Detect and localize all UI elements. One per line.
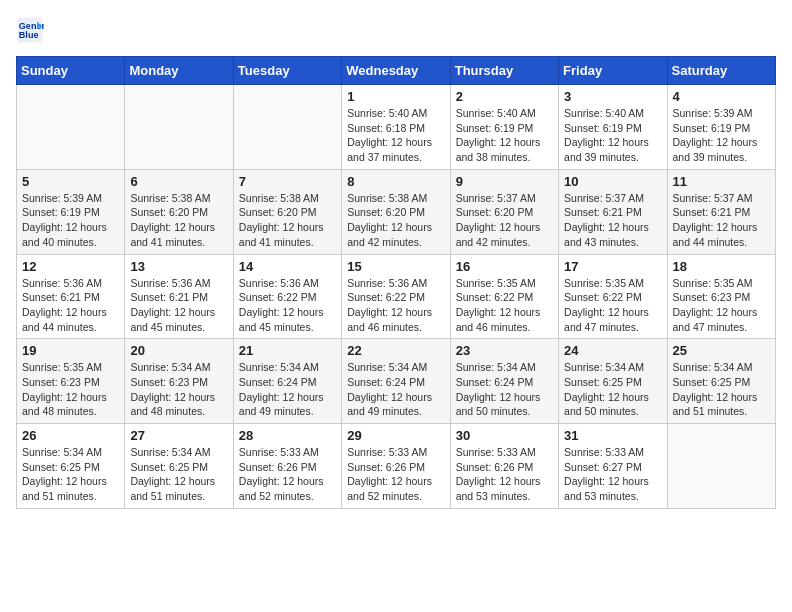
day-number: 19: [22, 343, 119, 358]
day-info: Sunrise: 5:33 AM Sunset: 6:26 PM Dayligh…: [239, 445, 336, 504]
calendar-cell: 27Sunrise: 5:34 AM Sunset: 6:25 PM Dayli…: [125, 424, 233, 509]
logo-icon: General Blue: [16, 16, 44, 44]
day-info: Sunrise: 5:34 AM Sunset: 6:23 PM Dayligh…: [130, 360, 227, 419]
day-info: Sunrise: 5:38 AM Sunset: 6:20 PM Dayligh…: [130, 191, 227, 250]
calendar-cell: 26Sunrise: 5:34 AM Sunset: 6:25 PM Dayli…: [17, 424, 125, 509]
day-number: 23: [456, 343, 553, 358]
day-info: Sunrise: 5:37 AM Sunset: 6:21 PM Dayligh…: [673, 191, 770, 250]
day-info: Sunrise: 5:37 AM Sunset: 6:20 PM Dayligh…: [456, 191, 553, 250]
calendar-cell: 15Sunrise: 5:36 AM Sunset: 6:22 PM Dayli…: [342, 254, 450, 339]
day-number: 14: [239, 259, 336, 274]
day-number: 25: [673, 343, 770, 358]
calendar-cell: 30Sunrise: 5:33 AM Sunset: 6:26 PM Dayli…: [450, 424, 558, 509]
calendar-cell: 19Sunrise: 5:35 AM Sunset: 6:23 PM Dayli…: [17, 339, 125, 424]
weekday-header-monday: Monday: [125, 57, 233, 85]
day-info: Sunrise: 5:35 AM Sunset: 6:23 PM Dayligh…: [673, 276, 770, 335]
day-info: Sunrise: 5:38 AM Sunset: 6:20 PM Dayligh…: [347, 191, 444, 250]
day-number: 24: [564, 343, 661, 358]
day-number: 7: [239, 174, 336, 189]
page-header: General Blue: [16, 16, 776, 44]
day-info: Sunrise: 5:34 AM Sunset: 6:25 PM Dayligh…: [673, 360, 770, 419]
calendar-week-row: 5Sunrise: 5:39 AM Sunset: 6:19 PM Daylig…: [17, 169, 776, 254]
day-number: 26: [22, 428, 119, 443]
calendar-cell: 25Sunrise: 5:34 AM Sunset: 6:25 PM Dayli…: [667, 339, 775, 424]
logo: General Blue: [16, 16, 50, 44]
calendar-cell: 22Sunrise: 5:34 AM Sunset: 6:24 PM Dayli…: [342, 339, 450, 424]
day-number: 21: [239, 343, 336, 358]
day-info: Sunrise: 5:34 AM Sunset: 6:25 PM Dayligh…: [130, 445, 227, 504]
day-number: 9: [456, 174, 553, 189]
day-info: Sunrise: 5:40 AM Sunset: 6:19 PM Dayligh…: [456, 106, 553, 165]
day-number: 5: [22, 174, 119, 189]
calendar-week-row: 19Sunrise: 5:35 AM Sunset: 6:23 PM Dayli…: [17, 339, 776, 424]
day-number: 2: [456, 89, 553, 104]
calendar-cell: 28Sunrise: 5:33 AM Sunset: 6:26 PM Dayli…: [233, 424, 341, 509]
svg-text:Blue: Blue: [19, 30, 39, 40]
day-number: 10: [564, 174, 661, 189]
day-info: Sunrise: 5:39 AM Sunset: 6:19 PM Dayligh…: [673, 106, 770, 165]
weekday-header-friday: Friday: [559, 57, 667, 85]
day-info: Sunrise: 5:34 AM Sunset: 6:25 PM Dayligh…: [22, 445, 119, 504]
calendar-week-row: 1Sunrise: 5:40 AM Sunset: 6:18 PM Daylig…: [17, 85, 776, 170]
day-info: Sunrise: 5:33 AM Sunset: 6:26 PM Dayligh…: [456, 445, 553, 504]
day-info: Sunrise: 5:33 AM Sunset: 6:27 PM Dayligh…: [564, 445, 661, 504]
day-info: Sunrise: 5:34 AM Sunset: 6:24 PM Dayligh…: [347, 360, 444, 419]
day-number: 3: [564, 89, 661, 104]
calendar-table: SundayMondayTuesdayWednesdayThursdayFrid…: [16, 56, 776, 509]
day-number: 15: [347, 259, 444, 274]
day-number: 4: [673, 89, 770, 104]
calendar-cell: 21Sunrise: 5:34 AM Sunset: 6:24 PM Dayli…: [233, 339, 341, 424]
calendar-cell: 31Sunrise: 5:33 AM Sunset: 6:27 PM Dayli…: [559, 424, 667, 509]
weekday-header-wednesday: Wednesday: [342, 57, 450, 85]
day-number: 13: [130, 259, 227, 274]
day-number: 28: [239, 428, 336, 443]
calendar-cell: [233, 85, 341, 170]
calendar-cell: 20Sunrise: 5:34 AM Sunset: 6:23 PM Dayli…: [125, 339, 233, 424]
calendar-cell: 10Sunrise: 5:37 AM Sunset: 6:21 PM Dayli…: [559, 169, 667, 254]
calendar-cell: 17Sunrise: 5:35 AM Sunset: 6:22 PM Dayli…: [559, 254, 667, 339]
calendar-cell: 23Sunrise: 5:34 AM Sunset: 6:24 PM Dayli…: [450, 339, 558, 424]
calendar-cell: [17, 85, 125, 170]
day-info: Sunrise: 5:36 AM Sunset: 6:21 PM Dayligh…: [22, 276, 119, 335]
calendar-cell: 3Sunrise: 5:40 AM Sunset: 6:19 PM Daylig…: [559, 85, 667, 170]
day-number: 20: [130, 343, 227, 358]
day-info: Sunrise: 5:35 AM Sunset: 6:22 PM Dayligh…: [456, 276, 553, 335]
calendar-cell: [667, 424, 775, 509]
day-number: 6: [130, 174, 227, 189]
day-info: Sunrise: 5:34 AM Sunset: 6:25 PM Dayligh…: [564, 360, 661, 419]
calendar-week-row: 26Sunrise: 5:34 AM Sunset: 6:25 PM Dayli…: [17, 424, 776, 509]
weekday-header-tuesday: Tuesday: [233, 57, 341, 85]
day-info: Sunrise: 5:33 AM Sunset: 6:26 PM Dayligh…: [347, 445, 444, 504]
calendar-cell: 7Sunrise: 5:38 AM Sunset: 6:20 PM Daylig…: [233, 169, 341, 254]
day-info: Sunrise: 5:38 AM Sunset: 6:20 PM Dayligh…: [239, 191, 336, 250]
calendar-cell: 16Sunrise: 5:35 AM Sunset: 6:22 PM Dayli…: [450, 254, 558, 339]
calendar-cell: 5Sunrise: 5:39 AM Sunset: 6:19 PM Daylig…: [17, 169, 125, 254]
weekday-header-thursday: Thursday: [450, 57, 558, 85]
day-number: 18: [673, 259, 770, 274]
calendar-cell: 6Sunrise: 5:38 AM Sunset: 6:20 PM Daylig…: [125, 169, 233, 254]
weekday-header-saturday: Saturday: [667, 57, 775, 85]
day-number: 31: [564, 428, 661, 443]
day-info: Sunrise: 5:39 AM Sunset: 6:19 PM Dayligh…: [22, 191, 119, 250]
day-number: 12: [22, 259, 119, 274]
calendar-header-row: SundayMondayTuesdayWednesdayThursdayFrid…: [17, 57, 776, 85]
day-number: 1: [347, 89, 444, 104]
day-info: Sunrise: 5:36 AM Sunset: 6:22 PM Dayligh…: [347, 276, 444, 335]
day-number: 22: [347, 343, 444, 358]
day-info: Sunrise: 5:34 AM Sunset: 6:24 PM Dayligh…: [456, 360, 553, 419]
day-number: 8: [347, 174, 444, 189]
day-info: Sunrise: 5:34 AM Sunset: 6:24 PM Dayligh…: [239, 360, 336, 419]
calendar-cell: 4Sunrise: 5:39 AM Sunset: 6:19 PM Daylig…: [667, 85, 775, 170]
calendar-cell: 13Sunrise: 5:36 AM Sunset: 6:21 PM Dayli…: [125, 254, 233, 339]
day-number: 16: [456, 259, 553, 274]
calendar-cell: 14Sunrise: 5:36 AM Sunset: 6:22 PM Dayli…: [233, 254, 341, 339]
day-info: Sunrise: 5:35 AM Sunset: 6:22 PM Dayligh…: [564, 276, 661, 335]
day-number: 17: [564, 259, 661, 274]
weekday-header-sunday: Sunday: [17, 57, 125, 85]
calendar-cell: 2Sunrise: 5:40 AM Sunset: 6:19 PM Daylig…: [450, 85, 558, 170]
calendar-cell: 29Sunrise: 5:33 AM Sunset: 6:26 PM Dayli…: [342, 424, 450, 509]
calendar-cell: 1Sunrise: 5:40 AM Sunset: 6:18 PM Daylig…: [342, 85, 450, 170]
calendar-cell: 24Sunrise: 5:34 AM Sunset: 6:25 PM Dayli…: [559, 339, 667, 424]
day-info: Sunrise: 5:40 AM Sunset: 6:18 PM Dayligh…: [347, 106, 444, 165]
calendar-body: 1Sunrise: 5:40 AM Sunset: 6:18 PM Daylig…: [17, 85, 776, 509]
